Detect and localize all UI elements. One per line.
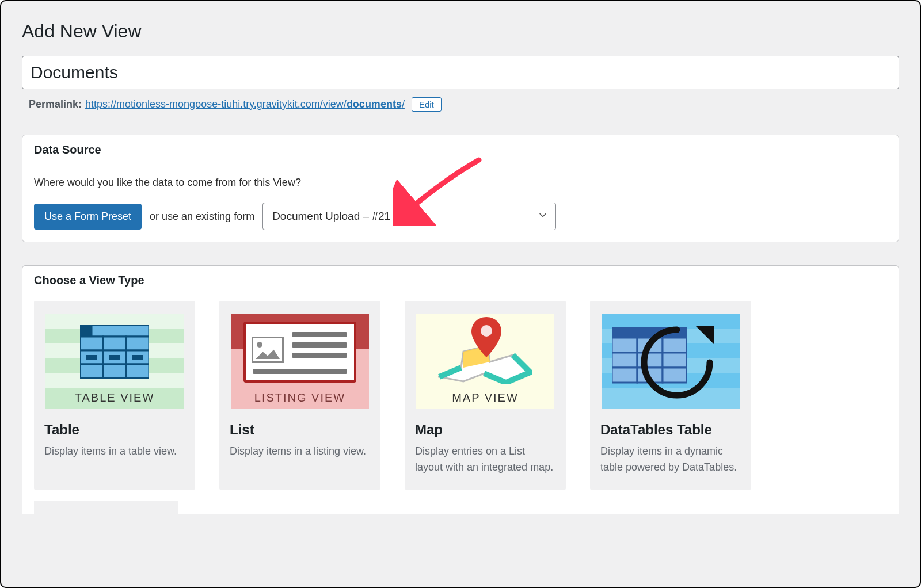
permalink-link[interactable]: https://motionless-mongoose-tiuhi.try.gr…	[85, 98, 405, 110]
view-type-heading: Choose a View Type	[22, 266, 899, 295]
svg-rect-8	[86, 355, 97, 360]
view-type-desc: Display items in a dynamic table powered…	[600, 444, 741, 476]
map-pin-icon	[470, 317, 503, 358]
permalink-url-prefix: https://motionless-mongoose-tiuhi.try.gr…	[85, 98, 347, 110]
svg-rect-4	[126, 337, 149, 350]
permalink-slug: documents	[347, 98, 402, 110]
table-view-thumb: TABLE VIEW	[45, 314, 184, 409]
listing-view-thumb: LISTING VIEW	[231, 314, 369, 409]
view-type-desc: Display items in a listing view.	[230, 444, 370, 460]
svg-rect-3	[103, 337, 126, 350]
view-type-card-list[interactable]: LISTING VIEW List Display items in a lis…	[219, 301, 380, 490]
map-view-caption: MAP VIEW	[416, 391, 554, 404]
view-type-title: Table	[44, 422, 185, 438]
view-type-card-table[interactable]: TABLE VIEW Table Display items in a tabl…	[34, 301, 195, 490]
view-type-panel: Choose a View Type	[22, 265, 899, 514]
use-form-preset-button[interactable]: Use a Form Preset	[34, 204, 142, 230]
view-type-card-datatables[interactable]: DataTables Table Display items in a dyna…	[590, 301, 751, 490]
view-type-desc: Display items in a table view.	[44, 444, 185, 460]
view-type-title: List	[230, 422, 370, 438]
view-type-card-placeholder	[34, 501, 178, 514]
view-title-input[interactable]	[22, 56, 899, 89]
permalink-row: Permalink: https://motionless-mongoose-t…	[29, 97, 899, 112]
svg-rect-10	[132, 355, 143, 360]
view-type-card-map[interactable]: MAP VIEW Map Display entries on a List l…	[405, 301, 566, 490]
listing-view-caption: LISTING VIEW	[231, 391, 369, 404]
view-type-desc: Display entries on a List layout with an…	[415, 444, 555, 476]
existing-form-select[interactable]: Document Upload – #21	[262, 203, 556, 230]
svg-rect-11	[80, 364, 103, 378]
map-view-thumb: MAP VIEW	[416, 314, 554, 409]
svg-rect-12	[103, 364, 126, 378]
existing-form-selected: Document Upload – #21	[272, 210, 390, 223]
page-title: Add New View	[22, 21, 899, 42]
data-source-heading: Data Source	[22, 135, 899, 165]
data-source-panel: Data Source Where would you like the dat…	[22, 135, 899, 242]
view-type-title: DataTables Table	[600, 422, 741, 438]
permalink-label: Permalink:	[29, 98, 82, 110]
datatables-thumb	[602, 314, 740, 409]
refresh-arrow-icon	[634, 319, 720, 406]
or-use-existing-text: or use an existing form	[150, 211, 254, 223]
table-view-caption: TABLE VIEW	[45, 391, 184, 404]
svg-rect-1	[80, 325, 92, 337]
svg-point-14	[481, 325, 492, 337]
chevron-down-icon	[538, 210, 547, 223]
svg-rect-13	[126, 364, 149, 378]
data-source-question: Where would you like the data to come fr…	[34, 177, 887, 189]
svg-rect-9	[109, 355, 120, 360]
edit-permalink-button[interactable]: Edit	[412, 97, 442, 112]
view-type-title: Map	[415, 422, 555, 438]
permalink-url-trail: /	[402, 98, 405, 110]
svg-rect-2	[80, 337, 103, 350]
